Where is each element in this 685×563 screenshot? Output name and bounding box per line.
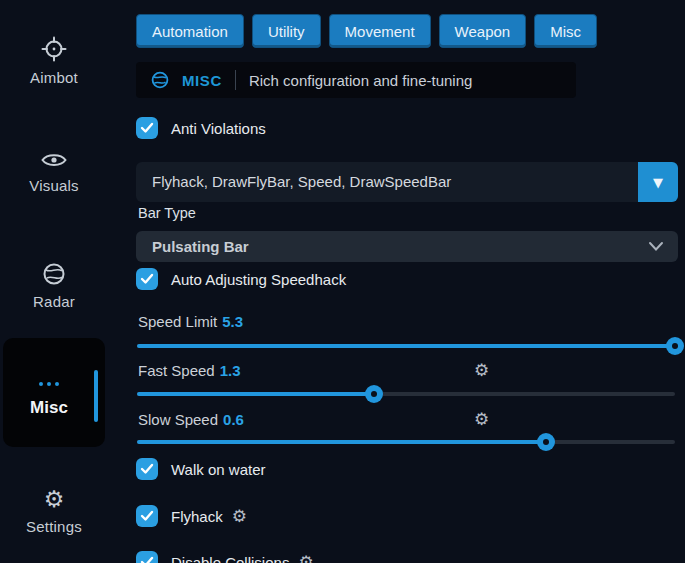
chevron-down-icon bbox=[648, 240, 664, 252]
checkbox-checked-icon[interactable] bbox=[136, 551, 158, 563]
checkbox-checked-icon[interactable] bbox=[136, 458, 158, 480]
slider-fill bbox=[137, 344, 675, 348]
flyhack-row[interactable]: Flyhack ⚙ bbox=[136, 505, 247, 527]
slider-handle[interactable] bbox=[666, 337, 684, 355]
slow-speed-label: Slow Speed0.6 ⚙ bbox=[138, 411, 678, 428]
triangle-down-icon: ▼ bbox=[653, 175, 663, 190]
tab-weapon[interactable]: Weapon bbox=[439, 14, 527, 48]
speed-limit-label: Speed Limit5.3 bbox=[138, 313, 678, 330]
tab-movement[interactable]: Movement bbox=[329, 14, 431, 48]
checkbox-checked-icon[interactable] bbox=[136, 505, 158, 527]
gear-icon[interactable]: ⚙ bbox=[298, 554, 313, 563]
dropdown-open-button[interactable]: ▼ bbox=[638, 162, 678, 202]
sidebar-item-misc-active[interactable]: Misc bbox=[3, 338, 105, 447]
disable-collisions-row[interactable]: Disable Collisions ⚙ bbox=[136, 551, 314, 563]
tab-utility[interactable]: Utility bbox=[252, 14, 321, 48]
tab-automation[interactable]: Automation bbox=[136, 14, 244, 48]
slider-fill bbox=[137, 392, 374, 396]
sidebar-label: Settings bbox=[0, 518, 108, 535]
bar-type-select[interactable]: Pulsating Bar bbox=[136, 231, 678, 262]
active-indicator bbox=[94, 370, 98, 422]
walk-on-water-row[interactable]: Walk on water bbox=[136, 458, 265, 480]
fast-speed-label: Fast Speed1.3 ⚙ bbox=[138, 362, 678, 379]
sidebar-label: Visuals bbox=[0, 177, 108, 194]
sidebar-label: Radar bbox=[0, 293, 108, 310]
anti-violations-label: Anti Violations bbox=[171, 120, 266, 137]
speed-limit-value: 5.3 bbox=[222, 313, 243, 330]
walk-on-water-label: Walk on water bbox=[171, 461, 265, 478]
header-divider bbox=[235, 70, 236, 90]
gear-icon[interactable]: ⚙ bbox=[474, 362, 489, 379]
section-header: MISC Rich configuration and fine-tuning bbox=[136, 62, 576, 98]
sidebar-label: Aimbot bbox=[0, 69, 108, 86]
fast-speed-value: 1.3 bbox=[220, 362, 241, 379]
bar-flags-value: Flyhack, DrawFlyBar, Speed, DrawSpeedBar bbox=[152, 162, 451, 202]
eye-icon bbox=[0, 150, 108, 170]
slider-handle[interactable] bbox=[365, 385, 383, 403]
sidebar-item-visuals[interactable]: Visuals bbox=[0, 150, 108, 194]
tab-misc[interactable]: Misc bbox=[534, 14, 597, 48]
slider-handle[interactable] bbox=[537, 433, 555, 451]
globe-icon bbox=[151, 71, 169, 89]
globe-icon bbox=[0, 262, 108, 286]
slow-speed-slider[interactable] bbox=[137, 440, 675, 444]
checkbox-checked-icon[interactable] bbox=[136, 117, 158, 139]
flyhack-label: Flyhack bbox=[171, 508, 223, 525]
disable-collisions-label: Disable Collisions bbox=[171, 554, 289, 563]
bar-type-value: Pulsating Bar bbox=[152, 231, 249, 262]
speed-limit-slider[interactable] bbox=[137, 344, 675, 348]
gear-icon: ⚙ bbox=[0, 488, 108, 511]
slider-fill bbox=[137, 440, 546, 444]
checkbox-checked-icon[interactable] bbox=[136, 268, 158, 290]
auto-adjusting-row[interactable]: Auto Adjusting Speedhack bbox=[136, 268, 346, 290]
anti-violations-row[interactable]: Anti Violations bbox=[136, 117, 266, 139]
bar-type-label: Bar Type bbox=[138, 205, 196, 221]
gear-icon[interactable]: ⚙ bbox=[474, 411, 489, 428]
section-subtitle: Rich configuration and fine-tuning bbox=[249, 72, 472, 89]
crosshair-icon bbox=[0, 36, 108, 62]
ellipsis-icon bbox=[3, 382, 95, 386]
sidebar-item-settings[interactable]: ⚙ Settings bbox=[0, 488, 108, 535]
sidebar-item-aimbot[interactable]: Aimbot bbox=[0, 36, 108, 86]
sidebar-item-radar[interactable]: Radar bbox=[0, 262, 108, 310]
category-tabs: Automation Utility Movement Weapon Misc bbox=[136, 14, 597, 48]
sidebar-label: Misc bbox=[3, 398, 95, 418]
section-title: MISC bbox=[182, 72, 222, 89]
bar-flags-input[interactable]: Flyhack, DrawFlyBar, Speed, DrawSpeedBar… bbox=[136, 162, 678, 202]
slow-speed-value: 0.6 bbox=[223, 411, 244, 428]
auto-adjusting-label: Auto Adjusting Speedhack bbox=[171, 271, 346, 288]
gear-icon[interactable]: ⚙ bbox=[232, 508, 247, 525]
app-window: Aimbot Visuals Radar Misc ⚙ Settings bbox=[0, 0, 685, 563]
fast-speed-slider[interactable] bbox=[137, 392, 675, 396]
